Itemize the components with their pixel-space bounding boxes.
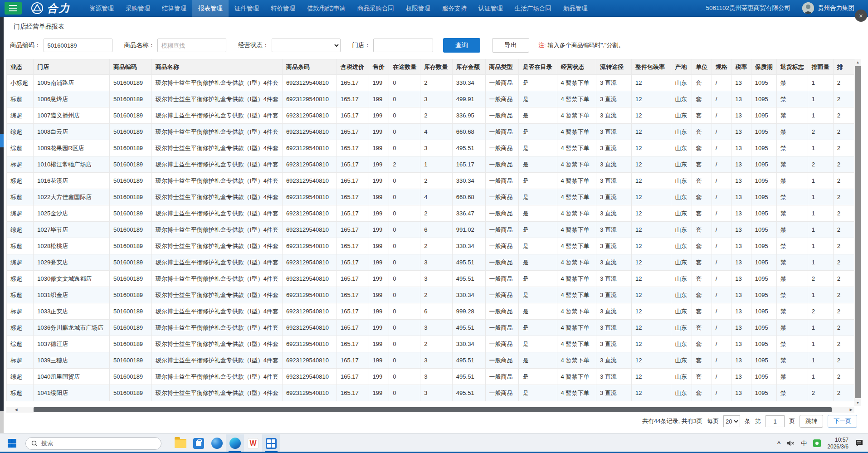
horizontal-scrollbar[interactable]: ◀ ▶ (6, 407, 854, 413)
table-row[interactable]: 标超1006息烽店501600189瑷尔博士益生平衡修护礼盒专供款（Ⅰ型）4件套… (7, 91, 854, 107)
table-cell: 3 直流 (596, 91, 631, 107)
nav-item[interactable]: 证件管理 (229, 0, 265, 17)
close-icon[interactable]: × (855, 10, 867, 22)
edge-icon[interactable] (226, 434, 244, 453)
nav-user[interactable]: 贵州合力集团 (818, 4, 854, 12)
table-row[interactable]: 标超1022大方佳鑫国际店501600189瑷尔博士益生平衡修护礼盒专供款（Ⅰ型… (7, 189, 854, 205)
export-button[interactable]: 导出 (492, 38, 529, 53)
scroll-right-icon[interactable]: ▶ (848, 407, 854, 413)
column-header: 规格 (712, 59, 731, 75)
next-page-button[interactable]: 下一页 (828, 415, 857, 428)
table-row[interactable]: 综超1008白云店501600189瑷尔博士益生平衡修护礼盒专供款（Ⅰ型）4件套… (7, 124, 854, 140)
table-cell: 1016花溪店 (34, 173, 110, 189)
tray-app-icon[interactable] (813, 439, 821, 447)
table-cell: 199 (369, 173, 389, 189)
file-explorer-icon[interactable] (171, 434, 190, 453)
table-row[interactable]: 综超1029瓮安店501600189瑷尔博士益生平衡修护礼盒专供款（Ⅰ型）4件套… (7, 254, 854, 271)
nav-item[interactable]: 报表管理 (192, 0, 229, 17)
table-cell: 山东 (671, 385, 692, 401)
nav-item[interactable]: 借款/预结申请 (301, 0, 351, 17)
scroll-left-icon[interactable]: ◀ (13, 407, 20, 413)
table-cell: 165.17 (337, 352, 369, 369)
status-select[interactable] (272, 39, 341, 52)
table-cell: 2 (833, 385, 854, 401)
nav-item[interactable]: 采购管理 (120, 0, 156, 17)
table-cell: 标超 (7, 287, 34, 303)
grid-app-icon[interactable] (262, 434, 280, 453)
table-row[interactable]: 标超1030修文文城逸都店501600189瑷尔博士益生平衡修护礼盒专供款（Ⅰ型… (7, 271, 854, 287)
store-icon[interactable] (190, 434, 208, 453)
product-name-input[interactable] (157, 39, 226, 52)
query-button[interactable]: 查询 (443, 38, 480, 53)
nav-item[interactable]: 权限管理 (400, 0, 436, 17)
menu-toggle-icon[interactable] (5, 2, 22, 15)
vertical-scrollbar[interactable]: ▲ ▼ (854, 59, 861, 406)
table-row[interactable]: 标超1036务川麒龙城市广场店501600189瑷尔博士益生平衡修护礼盒专供款（… (7, 320, 854, 336)
horizontal-scrollbar-thumb[interactable] (34, 407, 832, 412)
avatar[interactable] (802, 2, 814, 14)
nav-item[interactable]: 资源管理 (83, 0, 120, 17)
nav-item[interactable]: 新品管理 (557, 0, 594, 17)
table-row[interactable]: 综超1009花果园R区店501600189瑷尔博士益生平衡修护礼盒专供款（Ⅰ型）… (7, 140, 854, 156)
scroll-up-icon[interactable]: ▲ (854, 59, 861, 66)
table-row[interactable]: 标超1033正安店501600189瑷尔博士益生平衡修护礼盒专供款（Ⅰ型）4件套… (7, 303, 854, 320)
table-cell: 165.17 (337, 173, 369, 189)
table-cell: 6923129540810 (282, 336, 336, 352)
table-cell: 一般商品 (485, 173, 519, 189)
nav-item[interactable]: 特价管理 (265, 0, 301, 17)
scroll-down-icon[interactable]: ▼ (854, 399, 861, 406)
table-row[interactable]: 标超1010榕江常驰广场店501600189瑷尔博士益生平衡修护礼盒专供款（Ⅰ型… (7, 156, 854, 173)
table-cell: 山东 (671, 124, 692, 140)
table-row[interactable]: 标超1031织金店501600189瑷尔博士益生平衡修护礼盒专供款（Ⅰ型）4件套… (7, 287, 854, 303)
table-cell: 2 (833, 91, 854, 107)
jump-button[interactable]: 跳转 (800, 415, 823, 428)
vertical-scrollbar-thumb[interactable] (855, 66, 861, 398)
product-code-input[interactable] (44, 39, 112, 52)
table-cell: 2 (833, 320, 854, 336)
browser-icon[interactable] (208, 434, 226, 453)
filter-bar: 商品编码： 商品名称： 经营状态： 门店： 查询 导出 注:输入多个商品编码时"… (10, 38, 868, 53)
store-input[interactable] (373, 39, 433, 52)
nav-item[interactable]: 服务支持 (436, 0, 473, 17)
table-row[interactable]: 综超1025金沙店501600189瑷尔博士益生平衡修护礼盒专供款（Ⅰ型）4件套… (7, 205, 854, 222)
volume-muted-icon[interactable] (787, 440, 795, 447)
table-row[interactable]: 综超1040凯里国贸店501600189瑷尔博士益生平衡修护礼盒专供款（Ⅰ型）4… (7, 369, 854, 385)
nav-item[interactable]: 结算管理 (156, 0, 192, 17)
ime-indicator[interactable]: 中 (801, 439, 807, 448)
column-header: 排 (833, 59, 854, 75)
table-cell: 一般商品 (485, 205, 519, 222)
nav-company[interactable]: 5061102贵州荣惠商贸有限公司 (706, 4, 790, 12)
report-panel: 门店经营单品报表 商品编码： 商品名称： 经营状态： 门店： 查询 导出 注:输… (4, 17, 868, 433)
table-row[interactable]: 标超1041绥阳店501600189瑷尔博士益生平衡修护礼盒专供款（Ⅰ型）4件套… (7, 385, 854, 401)
table-row[interactable]: 标超1016花溪店501600189瑷尔博士益生平衡修护礼盒专供款（Ⅰ型）4件套… (7, 173, 854, 189)
table-cell: 瑷尔博士益生平衡修护礼盒专供款（Ⅰ型）4件套 (151, 222, 282, 238)
table-row[interactable]: 小标超1005南浦路店501600189瑷尔博士益生平衡修护礼盒专供款（Ⅰ型）4… (7, 75, 854, 91)
chevron-up-icon[interactable]: ^ (777, 440, 781, 447)
table-cell: 山东 (671, 254, 692, 271)
table-row[interactable]: 标超1039三穗店501600189瑷尔博士益生平衡修护礼盒专供款（Ⅰ型）4件套… (7, 352, 854, 369)
table-cell: 1095 (751, 385, 776, 401)
taskbar-clock[interactable]: 10:57 2026/3/6 (827, 437, 848, 450)
table-row[interactable]: 综超1007遵义播州店501600189瑷尔博士益生平衡修护礼盒专供款（Ⅰ型）4… (7, 107, 854, 124)
table-cell: 501600189 (110, 303, 152, 320)
table-cell: / (712, 75, 731, 91)
collapsed-sidebar[interactable] (0, 17, 4, 411)
table-cell: 199 (369, 189, 389, 205)
table-row[interactable]: 标超1028松桃店501600189瑷尔博士益生平衡修护礼盒专供款（Ⅰ型）4件套… (7, 238, 854, 254)
wps-icon[interactable]: W (244, 434, 262, 453)
nav-item[interactable]: 商品采购合同 (351, 0, 400, 17)
taskbar-search-input[interactable]: 搜索 (25, 437, 161, 450)
table-cell: 套 (692, 91, 712, 107)
nav-item[interactable]: 生活广场合同 (509, 0, 557, 17)
table-row[interactable]: 综超1037德江店501600189瑷尔博士益生平衡修护礼盒专供款（Ⅰ型）4件套… (7, 336, 854, 352)
table-row[interactable]: 综超1027毕节店501600189瑷尔博士益生平衡修护礼盒专供款（Ⅰ型）4件套… (7, 222, 854, 238)
table-cell: 1039三穗店 (34, 352, 110, 369)
table-cell: 6923129540810 (282, 205, 336, 222)
start-button[interactable] (3, 434, 21, 453)
notification-icon[interactable] (855, 439, 863, 447)
table-cell: 4 暂禁下单 (557, 222, 596, 238)
page-number-input[interactable] (766, 415, 785, 427)
nav-item[interactable]: 认证管理 (473, 0, 509, 17)
table-cell: 1 (808, 173, 833, 189)
per-page-select[interactable]: 20 (723, 415, 740, 427)
